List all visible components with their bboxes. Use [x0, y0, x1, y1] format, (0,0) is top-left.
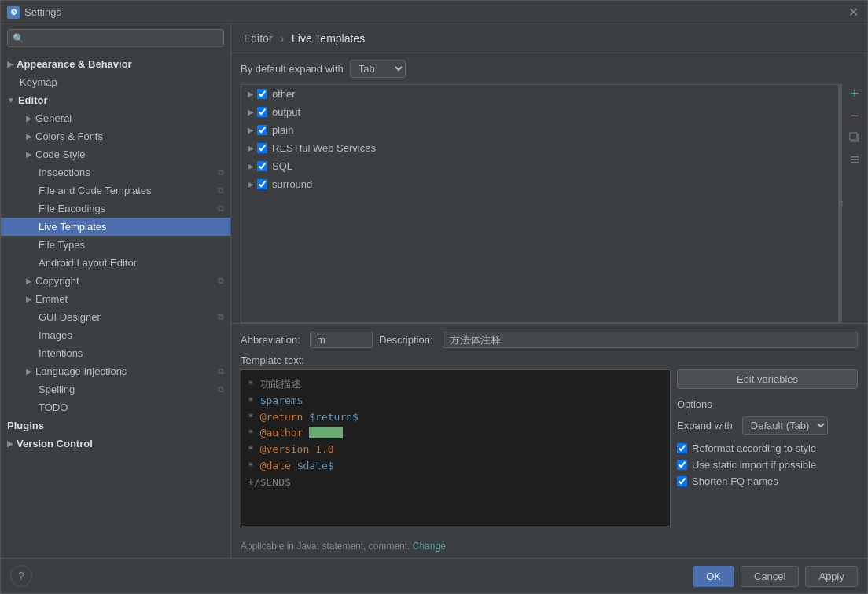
- template-group-plain[interactable]: ▶ plain: [241, 121, 838, 139]
- group-arrow: ▶: [248, 180, 254, 189]
- copy-template-button[interactable]: [845, 128, 864, 147]
- sidebar-item-plugins[interactable]: Plugins: [1, 416, 230, 434]
- sidebar-item-android-layout-editor[interactable]: Android Layout Editor: [1, 254, 230, 272]
- group-arrow: ▶: [248, 90, 254, 98]
- template-group-other[interactable]: ▶ other: [241, 85, 838, 103]
- templates-list-area: ▶ other ▶ output ▶: [231, 84, 867, 323]
- sidebar-item-appearance[interactable]: ▶ Appearance & Behavior: [1, 55, 230, 73]
- shorten-fq-label: Shorten FQ names: [692, 475, 778, 487]
- search-box[interactable]: 🔍: [7, 29, 224, 47]
- description-input[interactable]: [443, 332, 858, 348]
- ok-button[interactable]: OK: [693, 566, 734, 587]
- move-icon: [849, 154, 860, 165]
- copy-icon: [849, 132, 860, 143]
- search-input[interactable]: [28, 32, 219, 44]
- sidebar-item-gui-designer[interactable]: GUI Designer ⧉: [1, 308, 230, 326]
- group-arrow: ▶: [248, 126, 254, 134]
- sidebar-label: Android Layout Editor: [39, 257, 137, 269]
- sidebar-item-file-encodings[interactable]: File Encodings ⧉: [1, 200, 230, 218]
- sidebar-item-keymap[interactable]: Keymap: [1, 73, 230, 91]
- shorten-fq-checkbox[interactable]: [677, 476, 687, 486]
- reformat-checkbox[interactable]: [677, 443, 687, 453]
- group-name: other: [272, 88, 296, 100]
- sidebar-item-colors-fonts[interactable]: ▶ Colors & Fonts: [1, 127, 230, 145]
- add-template-button[interactable]: +: [845, 84, 864, 103]
- sidebar-item-emmet[interactable]: ▶ Emmet: [1, 290, 230, 308]
- sidebar-item-file-code-templates[interactable]: File and Code Templates ⧉: [1, 182, 230, 200]
- description-label: Description:: [379, 334, 433, 346]
- sidebar-item-general[interactable]: ▶ General: [1, 109, 230, 127]
- svg-rect-1: [850, 133, 857, 140]
- sidebar-label: Plugins: [7, 420, 44, 431]
- expand-with-label: By default expand with: [241, 63, 344, 75]
- expand-arrow: ▶: [26, 277, 32, 285]
- expand-arrow: ▶: [26, 367, 32, 376]
- edit-variables-button[interactable]: Edit variables: [677, 369, 858, 389]
- sidebar-item-inspections[interactable]: Inspections ⧉: [1, 163, 230, 182]
- group-checkbox-plain[interactable]: [257, 125, 267, 135]
- help-button[interactable]: ?: [10, 565, 32, 587]
- breadcrumb: Editor › Live Templates: [231, 24, 867, 53]
- breadcrumb-current: Live Templates: [292, 32, 365, 45]
- group-arrow: ▶: [248, 144, 254, 152]
- close-button[interactable]: ✕: [845, 5, 861, 20]
- search-icon: 🔍: [13, 33, 24, 44]
- sidebar-item-spelling[interactable]: Spelling ⧉: [1, 380, 230, 398]
- remove-template-button[interactable]: −: [845, 106, 864, 125]
- sidebar-item-images[interactable]: Images: [1, 326, 230, 344]
- options-panel: Edit variables Options Expand with Defau…: [677, 369, 858, 526]
- sidebar-label: TODO: [39, 402, 68, 413]
- sidebar-label: Inspections: [39, 167, 90, 178]
- sidebar-item-file-types[interactable]: File Types: [1, 236, 230, 254]
- abbreviation-label: Abbreviation:: [241, 334, 300, 346]
- detail-area: Abbreviation: Description: Template text…: [231, 323, 867, 534]
- sidebar-label: GUI Designer: [39, 311, 101, 323]
- template-group-sql[interactable]: ▶ SQL: [241, 157, 838, 175]
- template-group-surround[interactable]: ▶ surround: [241, 175, 838, 193]
- sidebar-item-todo[interactable]: TODO: [1, 398, 230, 416]
- abbrev-desc-row: Abbreviation: Description:: [241, 332, 858, 348]
- sidebar-label: Version Control: [17, 438, 93, 449]
- template-group-output[interactable]: ▶ output: [241, 103, 838, 121]
- sidebar-label: Images: [39, 329, 72, 341]
- sidebar-item-language-injections[interactable]: ▶ Language Injections ⧉: [1, 362, 230, 380]
- sidebar-label: Copyright: [35, 275, 79, 287]
- sidebar-item-live-templates[interactable]: Live Templates: [1, 218, 230, 236]
- sidebar-label: File Types: [39, 239, 85, 251]
- sidebar-item-intentions[interactable]: Intentions: [1, 344, 230, 362]
- template-textarea[interactable]: * 功能描述 * $parem$ * @return $return$ * @a…: [241, 369, 671, 526]
- cancel-button[interactable]: Cancel: [741, 566, 799, 587]
- abbreviation-input[interactable]: [310, 332, 373, 348]
- window-title: Settings: [24, 6, 845, 18]
- group-checkbox-surround[interactable]: [257, 179, 267, 189]
- apply-button[interactable]: Apply: [805, 566, 858, 587]
- settings-window: ⚙ Settings ✕ 🔍 ▶ Appearance & Behavior K…: [0, 0, 868, 594]
- reformat-label: Reformat according to style: [692, 442, 816, 454]
- sidebar-label: Emmet: [35, 293, 68, 305]
- group-arrow: ▶: [248, 162, 254, 170]
- copy-icon: ⧉: [218, 366, 224, 376]
- move-template-button[interactable]: [845, 150, 864, 169]
- group-checkbox-other[interactable]: [257, 89, 267, 99]
- change-link[interactable]: Change: [413, 541, 446, 552]
- sidebar-label: File and Code Templates: [39, 185, 152, 196]
- group-checkbox-sql[interactable]: [257, 161, 267, 171]
- left-panel: 🔍 ▶ Appearance & Behavior Keymap ▼ Edito…: [1, 24, 231, 558]
- sidebar-item-code-style[interactable]: ▶ Code Style: [1, 145, 230, 163]
- nav-tree: ▶ Appearance & Behavior Keymap ▼ Editor …: [1, 52, 230, 558]
- group-checkbox-restful[interactable]: [257, 143, 267, 153]
- sidebar-item-copyright[interactable]: ▶ Copyright ⧉: [1, 272, 230, 290]
- group-checkbox-output[interactable]: [257, 107, 267, 117]
- expand-arrow: ▶: [26, 114, 32, 123]
- svg-rect-4: [851, 162, 859, 163]
- expand-with-select[interactable]: Tab Enter Space: [350, 60, 406, 78]
- group-name: SQL: [272, 160, 292, 172]
- template-group-restful[interactable]: ▶ RESTful Web Services: [241, 139, 838, 157]
- sidebar-item-editor[interactable]: ▼ Editor: [1, 91, 230, 109]
- expand-with-options-select[interactable]: Default (Tab) Tab Enter Space: [742, 416, 828, 434]
- applicable-row: Applicable in Java: statement, comment. …: [231, 534, 867, 558]
- group-name: surround: [272, 178, 312, 190]
- static-import-checkbox[interactable]: [677, 460, 687, 470]
- sidebar-item-version-control[interactable]: ▶ Version Control: [1, 434, 230, 453]
- sidebar-label: Spelling: [39, 383, 75, 395]
